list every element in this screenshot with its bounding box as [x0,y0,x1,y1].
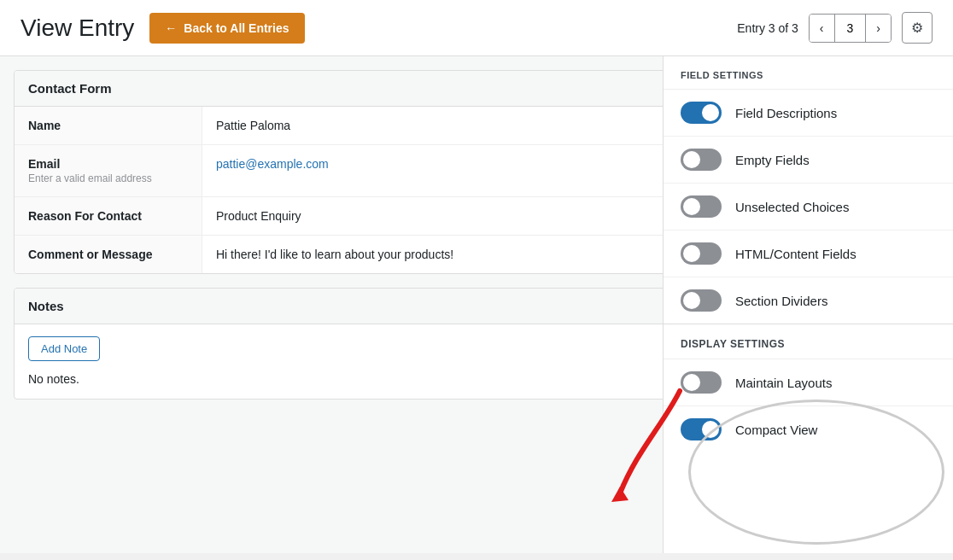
toggle-row-maintain-layouts: Maintain Layouts [664,359,953,406]
field-settings-toggles: Field Descriptions Empty Fields Unselect… [664,90,953,324]
field-label-reason: Reason For Contact [15,197,202,235]
toggle-label-compact-view: Compact View [735,423,817,437]
header-controls: Entry 3 of 3 ‹ 3 › ⚙ [737,12,933,44]
settings-panel: FIELD SETTINGS Field Descriptions Empty … [663,56,953,553]
toggle-label-unselected-choices: Unselected Choices [735,200,849,214]
toggle-row-unselected-choices: Unselected Choices [664,184,953,230]
settings-gear-button[interactable]: ⚙ [902,12,933,44]
toggle-row-compact-view: Compact View [664,406,953,452]
display-settings-toggles: Maintain Layouts Compact View [664,359,953,452]
field-label-name: Name [15,107,202,144]
toggle-row-html-content: HTML/Content Fields [664,230,953,277]
toggle-label-maintain-layouts: Maintain Layouts [735,376,832,390]
arrow-left-icon: ← [165,21,177,35]
page-title: View Entry [20,15,134,42]
toggle-label-empty-fields: Empty Fields [735,153,810,167]
entry-counter: Entry 3 of 3 [737,21,798,35]
toggle-label-html-content-fields: HTML/Content Fields [735,247,857,261]
toggle-row-field-descriptions: Field Descriptions [664,90,953,137]
main-content: Contact Form Name Pattie Paloma Email En… [0,56,953,553]
back-button[interactable]: ← Back to All Entries [149,13,304,44]
next-page-button[interactable]: › [866,15,891,42]
toggle-label-field-descriptions: Field Descriptions [735,106,837,120]
toggle-label-section-dividers: Section Dividers [735,294,827,308]
toggle-section-dividers[interactable] [681,289,722,312]
add-note-button[interactable]: Add Note [28,336,100,361]
toggle-unselected-choices[interactable] [681,195,722,218]
field-sublabel-email: Enter a valid email address [28,172,188,184]
toggle-field-descriptions[interactable] [681,102,722,124]
field-label-email: Email Enter a valid email address [15,145,202,196]
current-page: 3 [835,15,867,42]
field-settings-title: FIELD SETTINGS [664,56,953,90]
toggle-compact-view[interactable] [681,418,722,440]
pagination-controls: ‹ 3 › [809,14,892,43]
toggle-html-content-fields[interactable] [681,242,722,265]
page-header: View Entry ← Back to All Entries Entry 3… [0,0,953,56]
prev-page-button[interactable]: ‹ [810,15,835,42]
display-settings-title: DISPLAY SETTINGS [664,324,953,359]
toggle-row-empty-fields: Empty Fields [664,137,953,184]
toggle-row-section-dividers: Section Dividers [664,277,953,324]
toggle-maintain-layouts[interactable] [681,371,722,394]
no-notes-text: No notes. [28,372,79,386]
email-link[interactable]: pattie@example.com [216,157,329,171]
toggle-empty-fields[interactable] [681,149,722,171]
field-label-comment: Comment or Message [15,236,202,273]
